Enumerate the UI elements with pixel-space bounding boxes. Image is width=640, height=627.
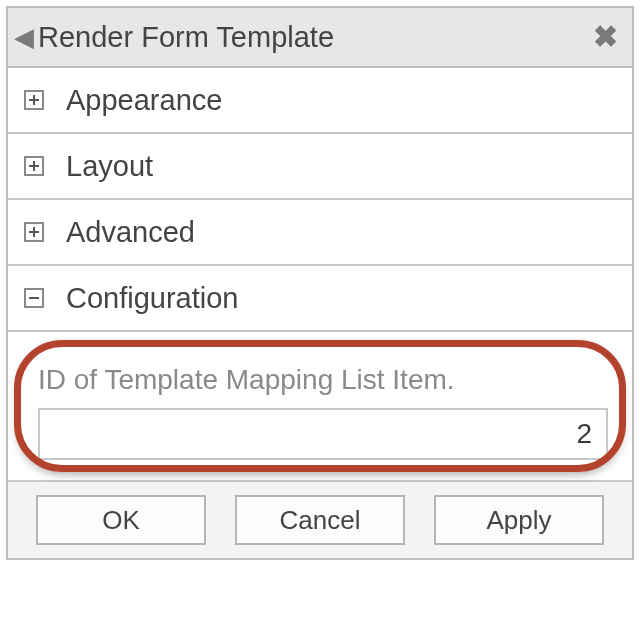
title-bar: ◀ Render Form Template ✖ xyxy=(8,8,632,68)
close-icon[interactable]: ✖ xyxy=(593,22,618,52)
collapse-arrow-icon[interactable]: ◀ xyxy=(14,22,32,53)
configuration-body: ID of Template Mapping List Item. xyxy=(8,332,632,482)
field-label: ID of Template Mapping List Item. xyxy=(38,364,610,396)
template-mapping-id-input[interactable] xyxy=(38,408,608,460)
section-configuration[interactable]: Configuration xyxy=(8,266,632,332)
section-label: Configuration xyxy=(44,282,239,315)
expand-icon[interactable] xyxy=(24,156,44,176)
button-row: OK Cancel Apply xyxy=(8,482,632,558)
expand-icon[interactable] xyxy=(24,90,44,110)
cancel-button[interactable]: Cancel xyxy=(235,495,405,545)
property-panel: ◀ Render Form Template ✖ Appearance Layo… xyxy=(6,6,634,560)
expand-icon[interactable] xyxy=(24,222,44,242)
section-advanced[interactable]: Advanced xyxy=(8,200,632,266)
apply-button[interactable]: Apply xyxy=(434,495,604,545)
section-label: Layout xyxy=(44,150,153,183)
panel-title: Render Form Template xyxy=(32,21,593,54)
ok-button[interactable]: OK xyxy=(36,495,206,545)
section-layout[interactable]: Layout xyxy=(8,134,632,200)
section-appearance[interactable]: Appearance xyxy=(8,68,632,134)
collapse-icon[interactable] xyxy=(24,288,44,308)
section-label: Advanced xyxy=(44,216,195,249)
section-label: Appearance xyxy=(44,84,222,117)
